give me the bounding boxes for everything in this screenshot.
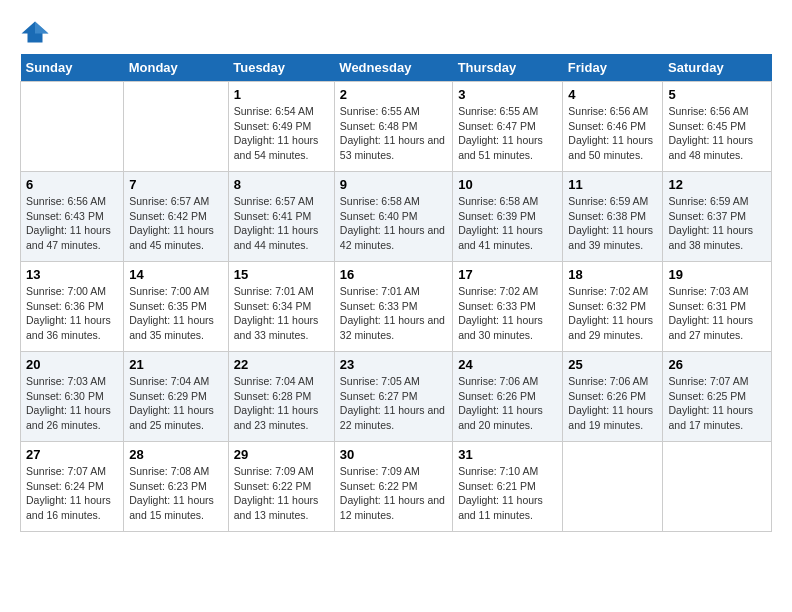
day-cell: 17Sunrise: 7:02 AMSunset: 6:33 PMDayligh…: [453, 262, 563, 352]
day-number: 11: [568, 177, 657, 192]
day-cell: 23Sunrise: 7:05 AMSunset: 6:27 PMDayligh…: [334, 352, 452, 442]
day-info: Sunrise: 6:59 AMSunset: 6:37 PMDaylight:…: [668, 194, 766, 253]
day-number: 8: [234, 177, 329, 192]
day-cell: 24Sunrise: 7:06 AMSunset: 6:26 PMDayligh…: [453, 352, 563, 442]
day-cell: 12Sunrise: 6:59 AMSunset: 6:37 PMDayligh…: [663, 172, 772, 262]
day-number: 3: [458, 87, 557, 102]
day-cell: 16Sunrise: 7:01 AMSunset: 6:33 PMDayligh…: [334, 262, 452, 352]
day-cell: 15Sunrise: 7:01 AMSunset: 6:34 PMDayligh…: [228, 262, 334, 352]
day-cell: 5Sunrise: 6:56 AMSunset: 6:45 PMDaylight…: [663, 82, 772, 172]
day-info: Sunrise: 7:02 AMSunset: 6:32 PMDaylight:…: [568, 284, 657, 343]
day-cell: 1Sunrise: 6:54 AMSunset: 6:49 PMDaylight…: [228, 82, 334, 172]
week-row-2: 6Sunrise: 6:56 AMSunset: 6:43 PMDaylight…: [21, 172, 772, 262]
day-info: Sunrise: 7:03 AMSunset: 6:30 PMDaylight:…: [26, 374, 118, 433]
day-number: 19: [668, 267, 766, 282]
day-number: 24: [458, 357, 557, 372]
day-cell: [21, 82, 124, 172]
day-number: 1: [234, 87, 329, 102]
logo: [20, 20, 54, 44]
day-number: 2: [340, 87, 447, 102]
header-thursday: Thursday: [453, 54, 563, 82]
day-number: 21: [129, 357, 223, 372]
header-friday: Friday: [563, 54, 663, 82]
day-cell: 14Sunrise: 7:00 AMSunset: 6:35 PMDayligh…: [124, 262, 229, 352]
day-cell: 4Sunrise: 6:56 AMSunset: 6:46 PMDaylight…: [563, 82, 663, 172]
day-number: 9: [340, 177, 447, 192]
day-number: 7: [129, 177, 223, 192]
day-cell: 31Sunrise: 7:10 AMSunset: 6:21 PMDayligh…: [453, 442, 563, 532]
day-info: Sunrise: 7:05 AMSunset: 6:27 PMDaylight:…: [340, 374, 447, 433]
day-number: 6: [26, 177, 118, 192]
day-cell: 10Sunrise: 6:58 AMSunset: 6:39 PMDayligh…: [453, 172, 563, 262]
day-cell: 22Sunrise: 7:04 AMSunset: 6:28 PMDayligh…: [228, 352, 334, 442]
page-header: [20, 20, 772, 44]
day-info: Sunrise: 6:56 AMSunset: 6:45 PMDaylight:…: [668, 104, 766, 163]
day-info: Sunrise: 6:59 AMSunset: 6:38 PMDaylight:…: [568, 194, 657, 253]
day-info: Sunrise: 6:57 AMSunset: 6:41 PMDaylight:…: [234, 194, 329, 253]
day-number: 4: [568, 87, 657, 102]
day-cell: 25Sunrise: 7:06 AMSunset: 6:26 PMDayligh…: [563, 352, 663, 442]
day-info: Sunrise: 7:08 AMSunset: 6:23 PMDaylight:…: [129, 464, 223, 523]
day-cell: 26Sunrise: 7:07 AMSunset: 6:25 PMDayligh…: [663, 352, 772, 442]
header-row: SundayMondayTuesdayWednesdayThursdayFrid…: [21, 54, 772, 82]
day-number: 28: [129, 447, 223, 462]
day-number: 25: [568, 357, 657, 372]
day-cell: 19Sunrise: 7:03 AMSunset: 6:31 PMDayligh…: [663, 262, 772, 352]
day-info: Sunrise: 7:03 AMSunset: 6:31 PMDaylight:…: [668, 284, 766, 343]
day-number: 31: [458, 447, 557, 462]
day-info: Sunrise: 7:00 AMSunset: 6:36 PMDaylight:…: [26, 284, 118, 343]
day-number: 18: [568, 267, 657, 282]
day-number: 10: [458, 177, 557, 192]
day-info: Sunrise: 7:04 AMSunset: 6:28 PMDaylight:…: [234, 374, 329, 433]
day-number: 16: [340, 267, 447, 282]
day-number: 20: [26, 357, 118, 372]
day-info: Sunrise: 7:00 AMSunset: 6:35 PMDaylight:…: [129, 284, 223, 343]
day-info: Sunrise: 7:07 AMSunset: 6:25 PMDaylight:…: [668, 374, 766, 433]
day-cell: 18Sunrise: 7:02 AMSunset: 6:32 PMDayligh…: [563, 262, 663, 352]
day-info: Sunrise: 7:06 AMSunset: 6:26 PMDaylight:…: [568, 374, 657, 433]
header-saturday: Saturday: [663, 54, 772, 82]
day-number: 26: [668, 357, 766, 372]
day-cell: 20Sunrise: 7:03 AMSunset: 6:30 PMDayligh…: [21, 352, 124, 442]
week-row-5: 27Sunrise: 7:07 AMSunset: 6:24 PMDayligh…: [21, 442, 772, 532]
day-cell: 6Sunrise: 6:56 AMSunset: 6:43 PMDaylight…: [21, 172, 124, 262]
day-cell: 13Sunrise: 7:00 AMSunset: 6:36 PMDayligh…: [21, 262, 124, 352]
day-info: Sunrise: 7:04 AMSunset: 6:29 PMDaylight:…: [129, 374, 223, 433]
day-cell: [563, 442, 663, 532]
day-info: Sunrise: 6:58 AMSunset: 6:39 PMDaylight:…: [458, 194, 557, 253]
day-cell: 3Sunrise: 6:55 AMSunset: 6:47 PMDaylight…: [453, 82, 563, 172]
day-number: 5: [668, 87, 766, 102]
day-info: Sunrise: 6:54 AMSunset: 6:49 PMDaylight:…: [234, 104, 329, 163]
header-wednesday: Wednesday: [334, 54, 452, 82]
day-number: 23: [340, 357, 447, 372]
week-row-1: 1Sunrise: 6:54 AMSunset: 6:49 PMDaylight…: [21, 82, 772, 172]
day-info: Sunrise: 6:57 AMSunset: 6:42 PMDaylight:…: [129, 194, 223, 253]
day-cell: [663, 442, 772, 532]
day-info: Sunrise: 6:55 AMSunset: 6:48 PMDaylight:…: [340, 104, 447, 163]
week-row-3: 13Sunrise: 7:00 AMSunset: 6:36 PMDayligh…: [21, 262, 772, 352]
day-cell: 7Sunrise: 6:57 AMSunset: 6:42 PMDaylight…: [124, 172, 229, 262]
day-cell: 30Sunrise: 7:09 AMSunset: 6:22 PMDayligh…: [334, 442, 452, 532]
day-info: Sunrise: 7:10 AMSunset: 6:21 PMDaylight:…: [458, 464, 557, 523]
svg-marker-1: [35, 22, 49, 34]
day-info: Sunrise: 6:55 AMSunset: 6:47 PMDaylight:…: [458, 104, 557, 163]
day-cell: [124, 82, 229, 172]
day-info: Sunrise: 7:06 AMSunset: 6:26 PMDaylight:…: [458, 374, 557, 433]
day-cell: 21Sunrise: 7:04 AMSunset: 6:29 PMDayligh…: [124, 352, 229, 442]
header-sunday: Sunday: [21, 54, 124, 82]
day-number: 13: [26, 267, 118, 282]
day-info: Sunrise: 7:02 AMSunset: 6:33 PMDaylight:…: [458, 284, 557, 343]
header-tuesday: Tuesday: [228, 54, 334, 82]
day-info: Sunrise: 7:09 AMSunset: 6:22 PMDaylight:…: [234, 464, 329, 523]
day-info: Sunrise: 7:09 AMSunset: 6:22 PMDaylight:…: [340, 464, 447, 523]
day-number: 17: [458, 267, 557, 282]
day-cell: 9Sunrise: 6:58 AMSunset: 6:40 PMDaylight…: [334, 172, 452, 262]
day-number: 12: [668, 177, 766, 192]
day-number: 27: [26, 447, 118, 462]
day-cell: 2Sunrise: 6:55 AMSunset: 6:48 PMDaylight…: [334, 82, 452, 172]
day-info: Sunrise: 6:56 AMSunset: 6:46 PMDaylight:…: [568, 104, 657, 163]
day-number: 22: [234, 357, 329, 372]
day-number: 29: [234, 447, 329, 462]
day-info: Sunrise: 6:58 AMSunset: 6:40 PMDaylight:…: [340, 194, 447, 253]
week-row-4: 20Sunrise: 7:03 AMSunset: 6:30 PMDayligh…: [21, 352, 772, 442]
